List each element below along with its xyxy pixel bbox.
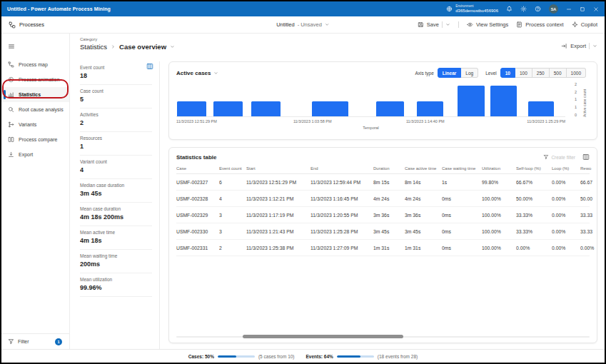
table-cell: 100.00%: [482, 213, 512, 218]
chart-bar[interactable]: [213, 101, 243, 116]
column-header-start[interactable]: Start: [246, 166, 306, 171]
help-icon[interactable]: [535, 6, 541, 12]
column-header-case[interactable]: Case: [176, 166, 215, 171]
table-row[interactable]: USMF-002329311/3/2023 1:17:19 PM11/3/202…: [176, 207, 590, 223]
view-settings-eye-icon: [467, 21, 473, 28]
table-cell: 50.00%: [516, 196, 547, 201]
chart-bar[interactable]: [312, 101, 349, 116]
sidebar-item-variants[interactable]: Variants: [1, 117, 69, 132]
table-row[interactable]: USMF-002327611/3/2023 12:51:29 PM11/3/20…: [176, 174, 590, 191]
column-header-rewo[interactable]: Rewo: [580, 166, 597, 171]
sidebar-item-root-cause-analysis[interactable]: Root cause analysis: [1, 102, 69, 117]
chart-bar[interactable]: [417, 101, 443, 116]
chart-bar[interactable]: [458, 86, 485, 116]
chevron-down-icon[interactable]: [170, 44, 175, 49]
bar-chart-plot: [176, 83, 565, 117]
filter-label: Filter: [18, 339, 29, 344]
statistics-table-panel: Statistics table Create filter CaseEvent…: [168, 147, 597, 343]
stat-label: Activities: [80, 112, 152, 117]
table-cell: 3: [219, 213, 242, 218]
sidebar-item-statistics[interactable]: Statistics: [1, 87, 69, 102]
notifications-bell-icon[interactable]: [506, 6, 512, 12]
view-settings-button[interactable]: View Settings: [467, 21, 508, 28]
sidebar-item-label: Root cause analysis: [19, 107, 64, 112]
sidebar-item-label: Process map: [19, 62, 48, 67]
export-arrow-icon: [561, 43, 567, 49]
stat-activities: Activities2: [80, 108, 152, 132]
variants-icon: [8, 121, 14, 128]
column-header-duration[interactable]: Duration: [373, 166, 400, 171]
chart-bar[interactable]: [528, 101, 553, 116]
maximize-icon[interactable]: [580, 6, 585, 12]
breadcrumb-case-overview[interactable]: Case overview: [119, 43, 166, 51]
breadcrumb-statistics[interactable]: Statistics: [80, 43, 107, 51]
document-title-menu[interactable]: Untitled - Unsaved: [276, 21, 330, 28]
hamburger-menu-icon[interactable]: [8, 43, 15, 50]
table-cell: 0ms: [442, 196, 478, 201]
horizontal-scrollbar[interactable]: [176, 334, 590, 339]
column-header-case-active-time[interactable]: Case active time: [405, 166, 438, 171]
main-content: Category Statistics Case overview Export: [70, 34, 605, 349]
sidebar-item-process-compare[interactable]: Process compare: [1, 132, 69, 147]
copilot-button[interactable]: Copilot: [572, 21, 597, 28]
table-cell: 4m 24s: [373, 196, 400, 201]
column-header-event-count[interactable]: Event count: [219, 166, 242, 171]
level-10-button[interactable]: 10: [500, 68, 515, 78]
sidebar-item-export[interactable]: Export: [1, 147, 69, 162]
sidebar-item-process-animation[interactable]: Process animation: [1, 72, 69, 87]
active-cases-panel: Active cases Axis type LinearLog Level 1…: [168, 61, 597, 140]
stat-value: 18: [80, 72, 152, 79]
y-tick-label: 2: [575, 83, 577, 87]
column-header-case-waiting-time[interactable]: Case waiting time: [442, 166, 478, 171]
level-100-button[interactable]: 100: [515, 68, 532, 78]
column-header-utilization[interactable]: Utilization: [482, 166, 512, 171]
column-options-icon[interactable]: [146, 63, 153, 70]
column-options-icon[interactable]: [582, 153, 590, 161]
column-header-self-loop[interactable]: Self-loop (%): [516, 166, 547, 171]
save-button[interactable]: Save: [418, 21, 450, 28]
environment-picker[interactable]: Environment d365demostbo456906: [446, 5, 498, 14]
stat-median-case-duration: Median case duration3m 45s: [80, 179, 152, 203]
table-row[interactable]: USMF-002330311/3/2023 1:21:43 PM11/3/202…: [176, 223, 590, 240]
settings-gear-icon[interactable]: [520, 6, 527, 12]
chart-bar[interactable]: [177, 101, 206, 116]
chart-title: Active cases: [176, 70, 211, 76]
sidebar-item-process-map[interactable]: Process map: [1, 57, 69, 72]
processes-nav[interactable]: Processes: [9, 21, 44, 29]
table-row[interactable]: USMF-002328411/3/2023 1:12:21 PM11/3/202…: [176, 191, 590, 207]
close-icon[interactable]: [593, 6, 599, 12]
chart-bar[interactable]: [251, 101, 281, 116]
axis-type-linear-button[interactable]: Linear: [438, 68, 462, 78]
axis-type-log-button[interactable]: Log: [461, 68, 478, 78]
export-button[interactable]: Export: [561, 43, 597, 49]
table-cell: 100.00%: [482, 229, 512, 234]
stat-mean-utilization: Mean utilization99.96%: [80, 273, 152, 297]
sidebar-item-label: Statistics: [19, 92, 41, 97]
stat-label: Median case duration: [80, 183, 152, 188]
events-progress-bar: [337, 355, 374, 358]
level-250-button[interactable]: 250: [532, 68, 550, 78]
x-tick-label: 11/3/2023 1:25:29 PM: [527, 119, 565, 123]
chart-bar[interactable]: [376, 101, 404, 116]
stat-value: 4m 18s: [80, 237, 152, 244]
minimize-icon[interactable]: [566, 6, 572, 12]
scrollbar-thumb[interactable]: [243, 335, 404, 338]
filter-button[interactable]: Filter 1: [1, 333, 69, 349]
table-cell: 8m 14s: [405, 180, 438, 185]
chevron-down-icon[interactable]: [213, 71, 218, 76]
stat-label: Case count: [80, 89, 152, 93]
create-filter-button[interactable]: Create filter: [543, 154, 575, 160]
avatar[interactable]: SA: [549, 4, 558, 14]
table-row[interactable]: USMF-002331211/3/2023 1:25:38 PM11/3/202…: [176, 240, 590, 256]
column-header-loop[interactable]: Loop (%): [552, 166, 576, 171]
level-1000-button[interactable]: 1000: [567, 68, 586, 78]
sidebar-item-label: Process animation: [19, 77, 60, 82]
process-context-button[interactable]: Process context: [516, 21, 563, 28]
level-500-button[interactable]: 500: [550, 68, 567, 78]
stats-summary-panel: Event count18Case count5Activities2Resou…: [80, 61, 160, 349]
chart-bar[interactable]: [490, 86, 517, 116]
table-cell: 3: [219, 229, 242, 234]
command-bar: Processes Untitled - Unsaved Save View S…: [1, 16, 605, 34]
table-cell: 11/3/2023 1:16:45 PM: [310, 196, 369, 201]
column-header-end[interactable]: End: [310, 166, 369, 171]
